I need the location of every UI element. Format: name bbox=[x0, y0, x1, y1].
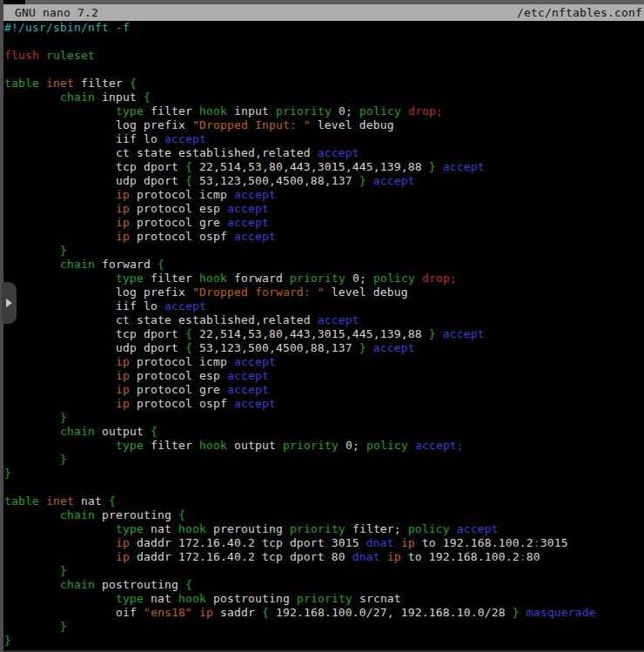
code-segment: : bbox=[533, 536, 540, 549]
code-segment: tcp dport bbox=[4, 327, 185, 340]
code-segment bbox=[39, 77, 46, 90]
code-segment: { bbox=[109, 494, 116, 507]
code-segment: } bbox=[60, 453, 67, 466]
code-segment: } bbox=[60, 244, 67, 257]
code-segment bbox=[4, 369, 116, 382]
code-segment: accept bbox=[234, 397, 276, 410]
code-segment: { bbox=[185, 160, 192, 173]
code-line: ip daddr 172.16.40.2 tcp dport 80 dnat i… bbox=[4, 550, 644, 564]
code-segment bbox=[4, 536, 116, 549]
code-line: chain prerouting { bbox=[4, 508, 644, 522]
code-segment: } bbox=[359, 174, 366, 187]
code-segment: drop; bbox=[408, 104, 443, 118]
code-segment: table bbox=[4, 494, 39, 507]
code-segment: srcnat bbox=[352, 592, 401, 605]
code-segment: accept bbox=[373, 174, 415, 187]
code-segment: { bbox=[185, 578, 192, 591]
code-segment: ct state established,related bbox=[4, 313, 318, 326]
code-segment: { bbox=[185, 341, 192, 354]
code-segment: inet bbox=[46, 494, 74, 507]
code-segment: chain bbox=[60, 578, 95, 591]
code-segment: priority bbox=[297, 592, 352, 605]
editor-content[interactable]: #!/usr/sbin/nft -f flush ruleset table i… bbox=[3, 21, 644, 652]
code-line: ip protocol ospf accept bbox=[4, 230, 644, 244]
code-segment: "ens18" bbox=[144, 606, 192, 619]
code-segment: prerouting bbox=[206, 522, 290, 535]
code-segment: prerouting bbox=[95, 508, 178, 521]
code-segment: filter bbox=[144, 104, 199, 118]
code-line: } bbox=[4, 453, 644, 467]
code-segment: 22,514,53,80,443,3015,445,139,88 bbox=[192, 327, 429, 340]
code-segment bbox=[401, 104, 408, 118]
code-segment: { bbox=[262, 606, 269, 619]
code-segment bbox=[4, 216, 116, 229]
code-segment bbox=[4, 258, 60, 271]
code-line: ip protocol gre accept bbox=[4, 216, 644, 230]
code-segment bbox=[4, 425, 60, 438]
code-segment: drop; bbox=[422, 272, 457, 285]
code-segment: } bbox=[429, 327, 436, 340]
code-line: } bbox=[4, 620, 644, 634]
code-segment: protocol esp bbox=[130, 369, 227, 382]
code-segment: accept bbox=[234, 230, 276, 243]
code-segment: chain bbox=[60, 91, 95, 104]
code-segment bbox=[4, 564, 60, 577]
code-line: } bbox=[4, 411, 644, 425]
code-line: ip protocol icmp accept bbox=[4, 355, 644, 369]
code-segment bbox=[4, 592, 116, 605]
code-segment: to 192.168.100.2 bbox=[401, 550, 520, 563]
code-segment: filter bbox=[74, 77, 130, 90]
code-line: } bbox=[4, 244, 644, 258]
code-segment: 192.168.100.0/27, 192.168.10.0/28 bbox=[269, 606, 513, 619]
code-segment: type bbox=[116, 272, 144, 285]
code-segment: 0; bbox=[332, 104, 359, 118]
code-segment: chain bbox=[60, 508, 95, 521]
code-segment: ip bbox=[116, 216, 130, 229]
sidebar-handle[interactable] bbox=[2, 282, 17, 324]
code-segment: type bbox=[116, 439, 144, 452]
code-segment: priority bbox=[290, 272, 345, 285]
code-segment: : bbox=[520, 550, 527, 563]
code-segment: postrouting bbox=[95, 578, 185, 591]
code-line: oif "ens18" ip saddr { 192.168.100.0/27,… bbox=[4, 606, 644, 620]
code-segment: log prefix bbox=[4, 286, 192, 299]
code-segment: log prefix bbox=[4, 118, 192, 131]
code-segment: protocol gre bbox=[130, 216, 227, 229]
code-segment bbox=[39, 494, 46, 507]
app-title: GNU nano 7.2 bbox=[3, 4, 98, 21]
code-segment: accept bbox=[227, 202, 269, 215]
code-segment bbox=[4, 91, 60, 104]
code-segment: "Dropped forward: " bbox=[192, 286, 325, 299]
code-line: ip protocol gre accept bbox=[4, 383, 644, 397]
code-segment: dnat bbox=[352, 550, 380, 563]
code-line: } bbox=[4, 467, 644, 481]
code-line: chain postrouting { bbox=[4, 578, 644, 592]
code-segment: 0; bbox=[345, 272, 373, 285]
code-line bbox=[4, 35, 644, 49]
code-segment: udp dport bbox=[4, 174, 185, 187]
code-line: type nat hook prerouting priority filter… bbox=[4, 522, 644, 536]
code-segment: policy bbox=[366, 439, 408, 452]
code-segment: table bbox=[4, 77, 39, 90]
code-segment: ruleset bbox=[46, 49, 95, 62]
code-segment bbox=[192, 606, 199, 619]
code-segment: nat bbox=[74, 494, 109, 507]
code-segment: { bbox=[185, 327, 192, 340]
code-line: ct state established,related accept bbox=[4, 146, 644, 160]
code-segment: protocol ospf bbox=[130, 230, 234, 243]
code-segment: accept bbox=[318, 146, 359, 159]
code-segment bbox=[4, 508, 60, 521]
code-segment: ip bbox=[199, 606, 213, 619]
window-left-border bbox=[0, 0, 3, 652]
code-segment: accept bbox=[164, 132, 206, 145]
code-segment: accept bbox=[234, 188, 276, 201]
code-line: type filter hook output priority 0; poli… bbox=[4, 439, 644, 453]
code-segment bbox=[4, 355, 116, 368]
code-segment: accept bbox=[443, 327, 485, 340]
code-segment: #!/usr/sbin/nft -f bbox=[4, 21, 130, 34]
code-segment: forward bbox=[227, 272, 290, 285]
code-segment: } bbox=[4, 634, 11, 647]
code-segment bbox=[4, 244, 60, 257]
code-segment: level debug bbox=[311, 118, 394, 131]
code-segment bbox=[4, 202, 116, 215]
